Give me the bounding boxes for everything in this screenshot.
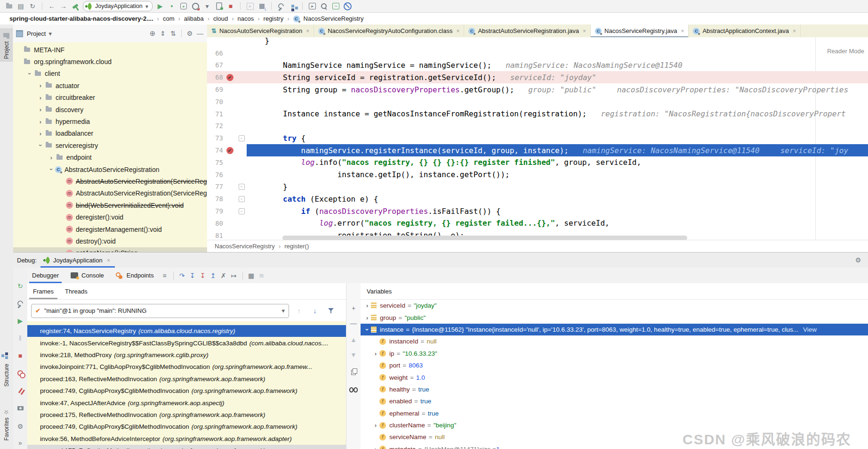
run-to-cursor-icon[interactable]: ↦	[230, 271, 238, 280]
tree-item[interactable]: ›discovery	[13, 104, 207, 115]
stack-frame-row[interactable]: invoke:218, MethodProxy(org.springframew…	[27, 349, 346, 361]
tree-item[interactable]: mgetAppName():String	[13, 247, 207, 252]
block-icon[interactable]	[343, 2, 352, 10]
tree-item[interactable]: mderegister():void	[13, 211, 207, 223]
tree-item[interactable]: ›endpoint	[13, 152, 207, 163]
expand-all-icon[interactable]: ⇕	[159, 29, 167, 38]
stack-frame-row[interactable]: proceed:163, ReflectiveMethodInvocation(…	[27, 373, 346, 385]
attach-icon[interactable]	[215, 2, 223, 10]
mute-breakpoints-icon[interactable]	[16, 386, 24, 395]
thread-dropdown[interactable]: ✔ "main"@1 in group "main": RUNNING ▾	[31, 304, 289, 318]
chevron-right-icon[interactable]: ›	[375, 350, 377, 357]
breakpoint-icon[interactable]: ✔	[226, 147, 233, 154]
breadcrumb-item[interactable]: alibaba	[184, 15, 204, 22]
chevron-down-icon[interactable]: ▾	[203, 2, 211, 10]
chevron-down-icon[interactable]: ›	[48, 168, 55, 170]
layout-icon[interactable]: ≋	[257, 271, 266, 280]
collapse-all-icon[interactable]: ⇅	[169, 29, 177, 38]
editor-tab[interactable]: CNacosServiceRegistry.java×	[591, 24, 689, 37]
tree-item[interactable]: mAbstractAutoServiceRegistration(Service…	[13, 175, 207, 187]
back-icon[interactable]: ←	[48, 2, 56, 10]
stack-frame-row[interactable]: proceed:175, ReflectiveMethodInvocation(…	[27, 445, 346, 449]
step-over-icon[interactable]: ↷	[178, 271, 186, 280]
chevron-down-icon[interactable]: ›	[37, 145, 44, 147]
step-into-icon[interactable]: ↧	[188, 271, 197, 280]
editor-tab[interactable]: CNacosServiceRegistryAutoConfiguration.c…	[314, 24, 464, 37]
view-breakpoints-icon[interactable]	[16, 369, 24, 377]
tree-item[interactable]: ›actuator	[13, 80, 207, 91]
tab-frames[interactable]: Frames	[27, 283, 59, 299]
editor-tab[interactable]: CAbstractAutoServiceRegistration.java×	[464, 24, 591, 37]
debug-session-tab[interactable]: JoydayApplication ×	[40, 253, 115, 268]
open-icon[interactable]	[5, 2, 13, 10]
chevron-right-icon[interactable]: ›	[40, 130, 41, 137]
hammer-icon[interactable]	[71, 2, 80, 10]
structure-icon[interactable]	[289, 2, 297, 10]
evaluate-icon[interactable]: ▦	[247, 271, 256, 280]
close-icon[interactable]: ×	[583, 28, 586, 34]
tool-window-tab-favorites[interactable]: ☆Favorites	[0, 406, 13, 443]
minus-icon[interactable]: —	[196, 29, 204, 38]
down-icon[interactable]: ↓	[311, 307, 319, 315]
fold-marker-icon[interactable]: −	[239, 208, 245, 214]
tree-item[interactable]: mdestroy():void	[13, 235, 207, 247]
ghost-run-icon[interactable]: ▸	[246, 2, 254, 10]
close-icon[interactable]: ×	[306, 28, 309, 34]
stack-frame-row[interactable]: invoke:-1, NacosServiceRegistry$$FastCla…	[27, 337, 346, 349]
variable-row[interactable]: ›fip="10.6.33.23"	[361, 348, 868, 359]
fold-marker-icon[interactable]: −	[239, 196, 245, 202]
chevron-down-icon[interactable]: ›	[364, 328, 371, 331]
pause-icon[interactable]: ‖	[16, 334, 24, 343]
breadcrumb-item[interactable]: registry	[264, 15, 284, 22]
up-icon[interactable]: ↑	[295, 307, 303, 315]
stack-frame-row[interactable]: invoke:47, AspectJAfterAdvice(org.spring…	[27, 397, 346, 408]
sync-icon[interactable]: ↻	[28, 2, 37, 10]
force-step-into-icon[interactable]: ↧	[199, 271, 207, 280]
run-anything-icon[interactable]: ▸	[308, 2, 316, 10]
preview-icon[interactable]: ~	[331, 2, 340, 10]
run-icon[interactable]: ▶	[156, 2, 164, 10]
breakpoint-icon[interactable]: ✔	[226, 74, 233, 81]
stack-frame-row[interactable]: proceed:749, CglibAopProxy$CglibMethodIn…	[27, 385, 346, 397]
chevron-right-icon[interactable]: ›	[40, 94, 41, 101]
more-icon[interactable]: »	[16, 439, 24, 447]
tree-item[interactable]: ›CAbstractAutoServiceRegistration	[13, 163, 207, 175]
deploy-icon[interactable]	[257, 2, 266, 10]
project-view-selector[interactable]: Project	[27, 30, 46, 37]
breadcrumb-item[interactable]: com	[163, 15, 175, 22]
close-icon[interactable]: ×	[681, 28, 684, 34]
tree-item[interactable]: ›client	[13, 68, 207, 80]
stack-frame-row[interactable]: invoke:56, MethodBeforeAdviceInterceptor…	[27, 433, 346, 445]
breadcrumb-item[interactable]: cloud	[213, 15, 228, 22]
stack-frame-row[interactable]: register:74, NacosServiceRegistry(com.al…	[27, 325, 346, 337]
plus-icon[interactable]: +	[349, 304, 358, 312]
step-out-icon[interactable]: ↥	[209, 271, 217, 280]
editor-breadcrumb-item[interactable]: register()	[284, 243, 309, 250]
variable-row[interactable]: fhealthy=true	[361, 384, 868, 395]
chevron-right-icon[interactable]: ›	[375, 422, 377, 429]
debug-settings-gear-icon[interactable]: ⚙	[854, 256, 862, 264]
coverage-icon[interactable]: ▸	[179, 2, 188, 10]
close-icon[interactable]: ×	[107, 257, 111, 264]
tree-item[interactable]: ›loadbalancer	[13, 128, 207, 139]
chevron-right-icon[interactable]: ›	[50, 154, 52, 161]
chevron-right-icon[interactable]: ›	[40, 106, 41, 113]
tree-item[interactable]: mderegisterManagement():void	[13, 223, 207, 235]
close-icon[interactable]: ×	[456, 28, 459, 34]
editor-breadcrumb-item[interactable]: NacosServiceRegistry	[215, 243, 275, 250]
breadcrumb-item[interactable]: spring-cloud-starter-alibaba-nacos-disco…	[9, 15, 153, 22]
variable-row[interactable]: fweight=1.0	[361, 371, 868, 383]
tab-threads[interactable]: Threads	[59, 283, 93, 299]
menu-icon[interactable]: ≡	[161, 271, 169, 280]
camera-icon[interactable]	[16, 404, 24, 412]
tree-item[interactable]: org.springframework.cloud	[13, 56, 207, 67]
settings-wrench-icon[interactable]	[16, 299, 24, 308]
tree-item[interactable]: mAbstractAutoServiceRegistration(Service…	[13, 188, 207, 199]
gear-icon[interactable]: ⚙	[16, 422, 24, 431]
tool-window-tab-structure[interactable]: Structure	[0, 351, 13, 390]
editor-tab[interactable]: ⇅NacosAutoServiceRegistration×	[207, 24, 314, 37]
chevron-right-icon[interactable]: ›	[366, 302, 369, 309]
wrench-icon[interactable]	[277, 2, 285, 10]
save-icon[interactable]: ▤	[16, 2, 25, 10]
variable-row[interactable]: ›serviceId="joyday"	[361, 300, 868, 311]
